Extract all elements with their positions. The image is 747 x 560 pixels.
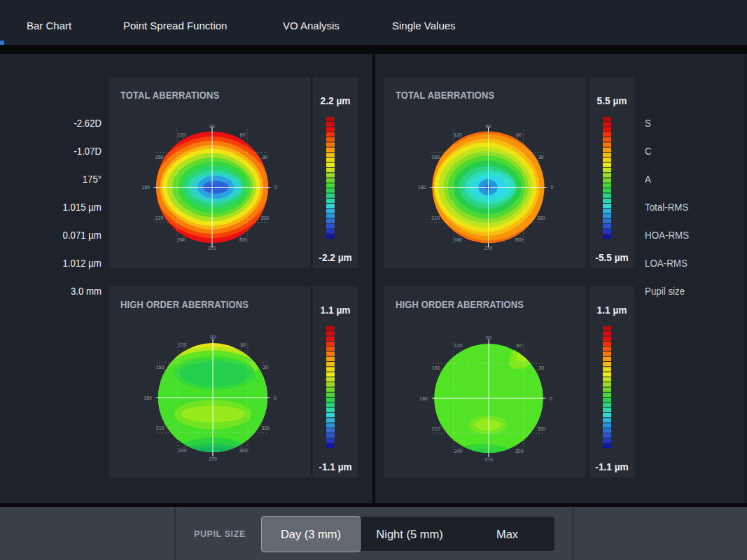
svg-text:180: 180 <box>418 185 426 190</box>
svg-text:270: 270 <box>209 456 217 461</box>
svg-text:90: 90 <box>486 124 491 129</box>
svg-text:180: 180 <box>144 396 152 400</box>
svg-text:330: 330 <box>260 216 269 220</box>
svg-text:120: 120 <box>179 342 187 347</box>
svg-text:30: 30 <box>262 155 267 160</box>
svg-text:30: 30 <box>538 155 544 160</box>
svg-text:0: 0 <box>551 185 554 190</box>
svg-text:0: 0 <box>550 396 552 401</box>
svg-text:0: 0 <box>274 396 277 400</box>
svg-text:90: 90 <box>486 335 491 340</box>
svg-text:60: 60 <box>241 342 246 347</box>
svg-text:240: 240 <box>454 237 462 242</box>
svg-text:90: 90 <box>209 124 215 129</box>
svg-text:150: 150 <box>431 155 440 160</box>
svg-text:0: 0 <box>274 185 277 190</box>
svg-text:240: 240 <box>454 449 463 454</box>
svg-text:330: 330 <box>261 426 270 430</box>
svg-text:120: 120 <box>178 132 186 137</box>
svg-text:330: 330 <box>537 216 545 220</box>
svg-text:300: 300 <box>515 449 524 454</box>
svg-text:240: 240 <box>178 237 186 242</box>
svg-text:240: 240 <box>179 448 187 453</box>
svg-text:300: 300 <box>515 237 523 242</box>
svg-text:270: 270 <box>484 246 493 251</box>
svg-text:210: 210 <box>155 216 164 220</box>
svg-text:30: 30 <box>263 365 268 370</box>
svg-text:210: 210 <box>156 426 165 430</box>
svg-text:60: 60 <box>517 343 522 348</box>
svg-text:60: 60 <box>516 132 522 137</box>
svg-text:150: 150 <box>432 365 440 370</box>
svg-text:150: 150 <box>155 155 164 160</box>
svg-text:300: 300 <box>239 237 247 242</box>
svg-text:270: 270 <box>208 246 216 251</box>
svg-text:60: 60 <box>240 132 246 137</box>
svg-text:270: 270 <box>484 457 493 462</box>
svg-text:150: 150 <box>156 365 165 370</box>
svg-text:120: 120 <box>454 132 462 137</box>
svg-text:180: 180 <box>141 185 150 190</box>
svg-text:210: 210 <box>432 426 440 431</box>
svg-text:330: 330 <box>537 426 545 431</box>
svg-text:120: 120 <box>454 343 463 348</box>
svg-text:300: 300 <box>239 448 248 453</box>
svg-text:90: 90 <box>210 335 216 340</box>
svg-text:180: 180 <box>419 396 428 401</box>
svg-text:210: 210 <box>431 216 440 220</box>
svg-text:30: 30 <box>538 365 544 370</box>
